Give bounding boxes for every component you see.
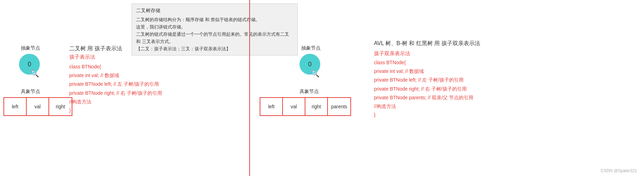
box-right-left: left xyxy=(260,98,283,115)
info-line-2: 这里，我们讲链式存储。 xyxy=(136,24,293,31)
code-left-line5: } xyxy=(69,106,162,115)
box-right-val: val xyxy=(283,98,305,115)
info-line-1: 二叉树的存储结构分为：顺序存储 和 类似于链表的链式存储。 xyxy=(136,16,293,24)
concrete-label-left: 具象节点 xyxy=(21,89,40,95)
node-boxes-left: left val right xyxy=(3,97,72,116)
info-box: 二叉树存储 二叉树的存储结构分为：顺序存储 和 类似于链表的链式存储。 这里，我… xyxy=(132,3,298,56)
node-value-right: 0 xyxy=(308,61,312,68)
magnifier-right: 🔍 xyxy=(311,69,320,78)
subtitle-avl: 孩子双亲表示法 xyxy=(374,50,410,57)
code-left-line4: //构造方法 xyxy=(69,98,162,106)
code-avl-line6: } xyxy=(374,111,473,119)
code-left-line2: private BTNode left; // 左 子树/孩子的引用 xyxy=(69,80,162,89)
box-left-right: right xyxy=(49,98,72,115)
node-value-left: 0 xyxy=(28,61,31,68)
code-left-line3: private BTNode right; // 右 子树/孩子的引用 xyxy=(69,89,162,98)
node-boxes-right: left val right parents xyxy=(260,97,351,116)
code-avl-line1: private int val; // 数据域 xyxy=(374,67,473,76)
code-avl-line5: //构造方法 xyxy=(374,102,473,111)
subtitle-left: 孩子表示法 xyxy=(69,54,95,60)
title-left: 二叉树 用 孩子表示法 xyxy=(69,45,122,52)
box-left-val: val xyxy=(27,98,49,115)
magnifier-left: 🔍 xyxy=(30,69,39,78)
abstract-label-right: 抽象节点 xyxy=(301,45,321,51)
box-right-right: right xyxy=(305,98,328,115)
code-avl: class BTNode{ private int val; // 数据域 pr… xyxy=(374,58,473,119)
info-line-4: 【二叉：孩子表示法；三叉：孩子双亲表示法】 xyxy=(136,45,293,53)
code-avl-line4: private BTNode parents; // 双亲/父 节点的引用 xyxy=(374,93,473,102)
footer: CSDN @Später321 xyxy=(601,168,637,173)
code-avl-line3: private BTNode right; // 右 子树/孩子的引用 xyxy=(374,85,473,93)
info-line-3: 二叉树的链式存储是通过一个一个的节点引用起来的。常见的表示方式有二叉 和 三叉表… xyxy=(136,31,293,45)
code-left-line0: class BTNode{ xyxy=(69,62,162,71)
info-box-title: 二叉树存储 xyxy=(136,7,293,14)
code-avl-line2: private BTNode left; // 左 子树/孩子的引用 xyxy=(374,76,473,84)
concrete-label-right: 具象节点 xyxy=(299,89,319,95)
code-left-line1: private int val; // 数据域 xyxy=(69,71,162,80)
title-avl: AVL 树、B-树 和 红黑树 用 孩子双亲表示法 xyxy=(374,40,480,47)
code-avl-line0: class BTNode{ xyxy=(374,58,473,67)
vertical-divider xyxy=(249,0,250,176)
abstract-label-left: 抽象节点 xyxy=(21,45,40,51)
box-right-parents: parents xyxy=(328,98,350,115)
code-left: class BTNode{ private int val; // 数据域 pr… xyxy=(69,62,162,115)
box-left-left: left xyxy=(4,98,27,115)
